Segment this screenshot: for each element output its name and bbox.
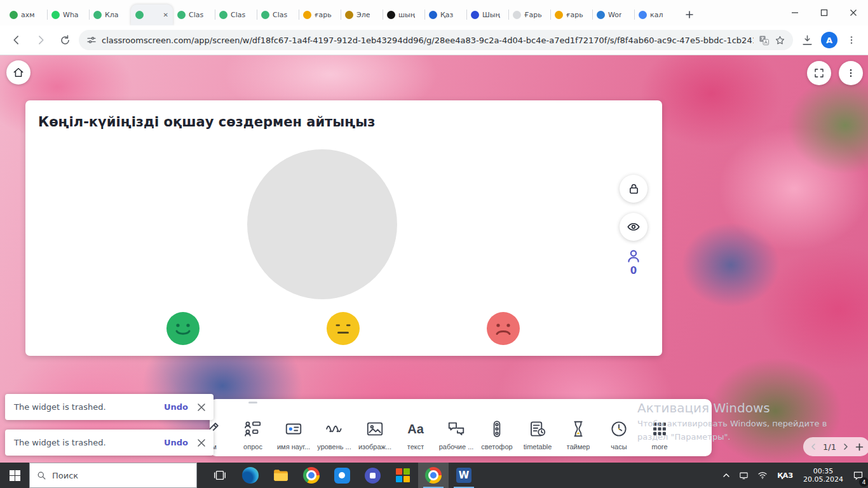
mood-sad-button[interactable] (487, 312, 520, 345)
indigo-app-icon[interactable] (357, 463, 388, 488)
tab-title: Clas (273, 11, 287, 19)
lock-widget-button[interactable] (620, 175, 648, 203)
chrome-pinned-icon[interactable] (296, 463, 327, 488)
office-grid-icon[interactable] (388, 463, 418, 488)
edge-icon[interactable] (235, 463, 266, 488)
poll-widget-card: Көңіл-күйіңізді оқшау сөздермен айтыңыз (25, 100, 662, 356)
tray-display-icon[interactable] (735, 463, 753, 488)
page-more-options-button[interactable] (839, 61, 863, 85)
respondent-counter[interactable]: 0 (620, 248, 648, 276)
image-icon (365, 417, 384, 440)
mood-happy-button[interactable] (166, 312, 200, 345)
browser-tab[interactable]: ғарь (550, 4, 592, 25)
toolbar-item-more[interactable]: more (639, 417, 680, 451)
poll-icon (243, 417, 262, 440)
taskbar-apps: W (205, 463, 479, 488)
widget-toolbar: ом опрос имя науг... (210, 399, 712, 456)
toolbar-item-timetable[interactable]: timetable (517, 417, 558, 451)
browser-tab[interactable]: Шың (466, 4, 508, 25)
toolbar-item-timer[interactable]: таймер (558, 417, 599, 451)
wifi-icon[interactable] (753, 463, 772, 488)
browser-menu-icon[interactable] (841, 30, 862, 50)
toolbar-item-image[interactable]: изображ... (355, 417, 395, 451)
toast-close-icon[interactable] (197, 438, 206, 447)
toast-undo-link[interactable]: Undo (164, 438, 188, 447)
close-button[interactable] (839, 0, 868, 25)
tab-title: Қаз (440, 11, 453, 19)
tab-title: Шың (482, 11, 500, 19)
file-explorer-icon[interactable] (266, 463, 296, 488)
new-tab-button[interactable] (681, 6, 698, 23)
tab-title: Ғарь (524, 11, 542, 19)
browser-tab[interactable]: шың (383, 4, 424, 25)
bookmark-star-icon[interactable] (775, 35, 785, 46)
pager-prev-icon[interactable] (810, 443, 817, 451)
window-controls (780, 0, 868, 25)
pager-next-icon[interactable] (842, 443, 850, 451)
tab-favicon (261, 11, 269, 19)
tab-title: Эле (356, 11, 370, 19)
tab-close-icon[interactable]: ✕ (163, 12, 168, 18)
browser-tab[interactable]: Ғарь (508, 4, 550, 25)
mood-neutral-button[interactable] (327, 312, 360, 345)
toolbar-item-work-symbols[interactable]: рабочие ... (436, 417, 477, 451)
start-button[interactable] (0, 463, 29, 488)
tab-favicon (513, 11, 521, 19)
minimize-button[interactable] (780, 0, 810, 25)
toolbar-item-text[interactable]: Aa текст (395, 417, 436, 451)
toolbar-item-clock[interactable]: часы (599, 417, 639, 451)
forward-button[interactable] (31, 30, 51, 50)
toolbar-item-sound-level[interactable]: уровень ... (314, 417, 355, 451)
blue-app-icon[interactable] (327, 463, 357, 488)
browser-tab[interactable]: Clas (215, 4, 257, 25)
tab-favicon (135, 11, 144, 19)
toast-undo-link[interactable]: Undo (164, 402, 188, 412)
browser-tab[interactable]: ахм (5, 4, 47, 25)
browser-tab[interactable]: кал (634, 4, 676, 25)
toolbar-items: ом опрос имя науг... (210, 399, 712, 456)
chrome-active-icon[interactable] (418, 463, 449, 488)
toolbar-item-random-name[interactable]: имя науг... (273, 417, 314, 451)
profile-avatar[interactable]: A (821, 32, 837, 48)
site-info-icon[interactable] (86, 35, 97, 45)
reload-button[interactable] (55, 30, 75, 50)
pager-add-page-icon[interactable] (855, 443, 864, 451)
language-indicator[interactable]: ҚАЗ (772, 471, 798, 480)
downloads-icon[interactable] (797, 30, 817, 50)
browser-tab-active[interactable]: ✕ (131, 4, 173, 25)
tray-expand-icon[interactable] (718, 463, 735, 488)
tab-favicon (345, 11, 353, 19)
browser-tab[interactable]: Clas (173, 4, 215, 25)
home-button[interactable] (6, 60, 31, 85)
browser-tab[interactable]: Wor (592, 4, 634, 25)
translate-icon[interactable] (759, 35, 770, 46)
action-center-icon[interactable]: 4 (848, 463, 868, 488)
task-view-button[interactable] (205, 463, 235, 488)
toast-close-icon[interactable] (197, 403, 206, 412)
tab-title: ахм (21, 11, 35, 19)
maximize-button[interactable] (810, 0, 839, 25)
toolbar-item-poll[interactable]: опрос (233, 417, 273, 451)
browser-tab[interactable]: Кла (89, 4, 131, 25)
browser-tab[interactable]: Clas (257, 4, 299, 25)
toolbar-drag-handle[interactable] (248, 402, 257, 403)
taskbar-clock[interactable]: 00:35 20.05.2024 (798, 467, 848, 484)
browser-navbar: classroomscreen.com/app/screen/w/df18fc6… (0, 25, 868, 55)
browser-tab[interactable]: Қаз (424, 4, 466, 25)
taskbar-search-input[interactable]: Поиск (29, 463, 197, 488)
toolbar-item-traffic-light[interactable]: светофор (477, 417, 517, 451)
address-bar[interactable]: classroomscreen.com/app/screen/w/df18fc6… (79, 30, 793, 50)
url-text[interactable]: classroomscreen.com/app/screen/w/df18fc6… (102, 36, 754, 45)
browser-tab[interactable]: Эле (341, 4, 383, 25)
back-button[interactable] (6, 30, 27, 50)
vote-count: 0 (620, 265, 648, 276)
timetable-icon (528, 417, 547, 440)
word-icon[interactable]: W (449, 463, 479, 488)
browser-tab[interactable]: Wha (47, 4, 89, 25)
tab-title: Wor (608, 11, 621, 19)
tab-favicon (597, 11, 605, 19)
fullscreen-button[interactable] (807, 61, 831, 85)
hide-results-eye-button[interactable] (620, 213, 648, 241)
browser-tab[interactable]: ғарь (299, 4, 341, 25)
tab-favicon (177, 11, 186, 19)
